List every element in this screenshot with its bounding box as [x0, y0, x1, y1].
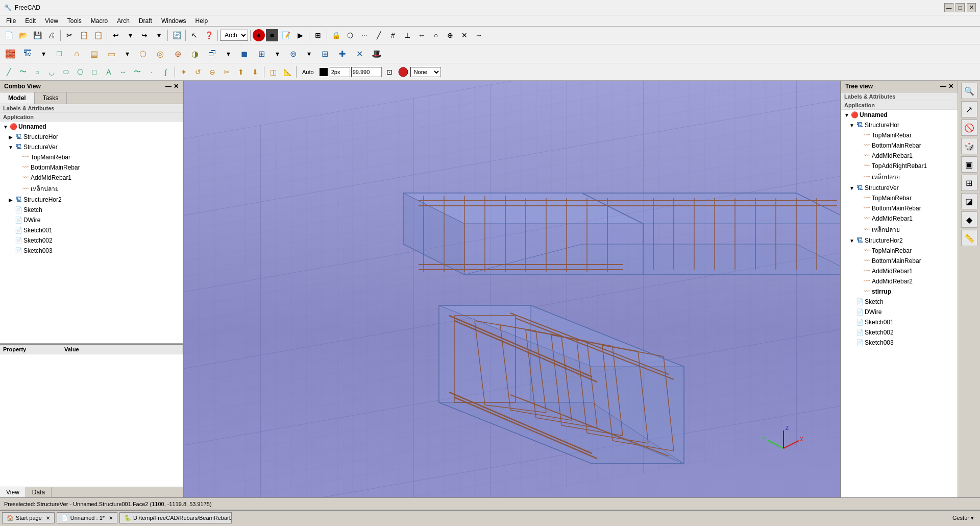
arch-slab-dropdown[interactable]: ▾: [37, 47, 50, 60]
right-tree-sketch002[interactable]: 📄 Sketch002: [841, 327, 958, 338]
tree-item-bottommainrebar[interactable]: 〰 BottomMainRebar: [0, 162, 183, 173]
draft-downgrade-btn[interactable]: ⬇: [249, 65, 262, 79]
refresh-btn[interactable]: 🔄: [170, 29, 183, 42]
arch-material-btn[interactable]: ◑: [187, 45, 203, 62]
arch-equipment-btn[interactable]: ⬡: [135, 45, 151, 62]
macro-record-btn[interactable]: ●: [253, 29, 265, 41]
arch-roof-btn[interactable]: ⌂: [68, 45, 85, 62]
arch-panel-dropdown[interactable]: ▾: [120, 47, 134, 60]
startpage-close[interactable]: ✕: [46, 515, 50, 521]
right-tree-addmid1[interactable]: 〰 AddMidRebar1: [841, 151, 958, 161]
snap-cross[interactable]: ✕: [458, 29, 471, 42]
menu-file[interactable]: File: [2, 16, 20, 26]
right-tree-topadd[interactable]: 〰 TopAddRightRebar1: [841, 161, 958, 171]
undo-btn[interactable]: ↩: [109, 29, 122, 42]
expand-structurehor[interactable]: ▶: [7, 134, 14, 140]
draft-move-btn[interactable]: ✦: [177, 65, 190, 79]
right-tree-nailend1[interactable]: 〰 เหล็กปลาย: [841, 171, 958, 183]
snap-arrow[interactable]: →: [472, 29, 485, 42]
taskbar-editor[interactable]: 🐍 D:/temp/FreeCAD/Rebars/BeamRebarDialog…: [119, 512, 232, 523]
tree-item-nailend[interactable]: 〰 เหล็กปลาย: [0, 183, 183, 195]
right-tree-h2-addmid1[interactable]: 〰 AddMidRebar1: [841, 266, 958, 276]
tab-tasks[interactable]: Tasks: [35, 92, 67, 104]
print-btn[interactable]: 🖨: [45, 29, 58, 42]
right-tree-ver-addmid[interactable]: 〰 AddMidRebar1: [841, 213, 958, 224]
arch-section-btn[interactable]: 🗗: [204, 45, 220, 62]
right-tree-unnamed[interactable]: ▼ 🔴 Unnamed: [841, 110, 958, 120]
paste-btn[interactable]: 📋: [91, 29, 105, 42]
tree-item-sketch002[interactable]: 📄 Sketch002: [0, 235, 183, 246]
draft-dimension-btn[interactable]: ↔: [116, 65, 130, 79]
combo-view-minimize[interactable]: —: [165, 83, 172, 90]
snap-dimension[interactable]: ↔: [415, 29, 428, 42]
menu-macro[interactable]: Macro: [87, 16, 112, 26]
snap-midpoint[interactable]: ···: [358, 29, 371, 42]
draft-arc-btn[interactable]: ◡: [45, 65, 58, 79]
snap-hash[interactable]: #: [386, 29, 400, 42]
tree-minimize-btn[interactable]: —: [940, 83, 946, 90]
measure-btn[interactable]: 📏: [961, 230, 977, 246]
menu-windows[interactable]: Windows: [157, 16, 190, 26]
arch-add-btn[interactable]: ✕: [351, 45, 368, 62]
menu-help[interactable]: Help: [191, 16, 212, 26]
right-tree-ver-topmain[interactable]: 〰 TopMainRebar: [841, 193, 958, 203]
arch-remove-btn[interactable]: 🎩: [369, 45, 385, 62]
arch-pipe-btn[interactable]: ◎: [152, 45, 168, 62]
copy-btn[interactable]: 📋: [77, 29, 90, 42]
macro-run-btn[interactable]: ▶: [293, 29, 307, 42]
arch-survey-btn[interactable]: ⊞: [253, 45, 270, 62]
right-tree-sketch001[interactable]: 📄 Sketch001: [841, 317, 958, 327]
draft-bspline-btn[interactable]: 〜: [131, 65, 144, 79]
close-btn[interactable]: ✕: [967, 3, 976, 12]
right-tree-structurever[interactable]: ▼ 🏗 StructureVer: [841, 183, 958, 193]
tree-item-sketch001[interactable]: 📄 Sketch001: [0, 225, 183, 235]
cut-btn[interactable]: ✂: [63, 29, 76, 42]
snap-perpendicular[interactable]: ⊥: [401, 29, 414, 42]
combo-view-close[interactable]: ✕: [174, 83, 179, 90]
draft-polygon-btn[interactable]: ⎔: [74, 65, 87, 79]
open-btn[interactable]: 📂: [16, 29, 30, 42]
tree-item-structurehor[interactable]: ▶ 🏗 StructureHor: [0, 132, 183, 142]
iso-view-btn[interactable]: ◆: [961, 211, 977, 228]
arch-window-btn[interactable]: □: [51, 45, 67, 62]
arch-multimaterial-btn[interactable]: ⊚: [285, 45, 301, 62]
right-tree-h2-addmid2[interactable]: 〰 AddMidRebar2: [841, 276, 958, 286]
draft-text-btn[interactable]: A: [102, 65, 115, 79]
arch-panel-btn[interactable]: ▭: [103, 45, 119, 62]
tree-item-unnamed[interactable]: ▼ 🔴 Unnamed: [0, 122, 183, 132]
front-view-btn[interactable]: ▣: [961, 156, 977, 173]
snap-circle[interactable]: ○: [429, 29, 443, 42]
gesture-indicator[interactable]: Gestur ▾: [948, 515, 978, 521]
tree-item-sketch[interactable]: 📄 Sketch: [0, 205, 183, 215]
help-btn[interactable]: ❓: [202, 29, 215, 42]
3d-view-btn[interactable]: 🎲: [961, 138, 977, 154]
redo-btn[interactable]: ↪: [138, 29, 151, 42]
macro-edit-btn[interactable]: 📝: [279, 29, 292, 42]
redo-dropdown[interactable]: ▾: [152, 29, 165, 42]
linewidth-input[interactable]: [330, 67, 350, 77]
menu-edit[interactable]: Edit: [21, 16, 40, 26]
expand-unnamed[interactable]: ▼: [2, 124, 9, 130]
tree-item-structurever[interactable]: ▼ 🏗 StructureVer: [0, 142, 183, 152]
draft-shape2d-btn[interactable]: ◫: [266, 65, 280, 79]
right-expand-unnamed[interactable]: ▼: [843, 112, 850, 118]
none-select[interactable]: None: [410, 67, 441, 77]
menu-view[interactable]: View: [41, 16, 62, 26]
prop-tab-view[interactable]: View: [0, 487, 26, 497]
select-btn[interactable]: ↖: [188, 29, 201, 42]
snap-line[interactable]: ╱: [372, 29, 385, 42]
arch-spacer-btn[interactable]: ⊞: [316, 45, 333, 62]
tree-item-dwire[interactable]: 📄 DWire: [0, 215, 183, 225]
arch-schedule-dropdown[interactable]: ▾: [271, 47, 284, 60]
color-swatch[interactable]: [320, 68, 328, 76]
right-tree-structurehor2[interactable]: ▼ 🏗 StructureHor2: [841, 235, 958, 246]
right-view-btn[interactable]: ◪: [961, 193, 977, 209]
draft-rotate-btn[interactable]: ↺: [191, 65, 205, 79]
menu-draft[interactable]: Draft: [135, 16, 156, 26]
expand-structurever[interactable]: ▼: [7, 145, 14, 150]
draft-wire-btn[interactable]: 〜: [16, 65, 30, 79]
arch-stairs-btn[interactable]: ▤: [86, 45, 102, 62]
arch-multi-dropdown[interactable]: ▾: [302, 47, 315, 60]
draft-line-btn[interactable]: ╱: [2, 65, 15, 79]
right-tree-ver-nailend[interactable]: 〰 เหล็กปลาย: [841, 224, 958, 235]
